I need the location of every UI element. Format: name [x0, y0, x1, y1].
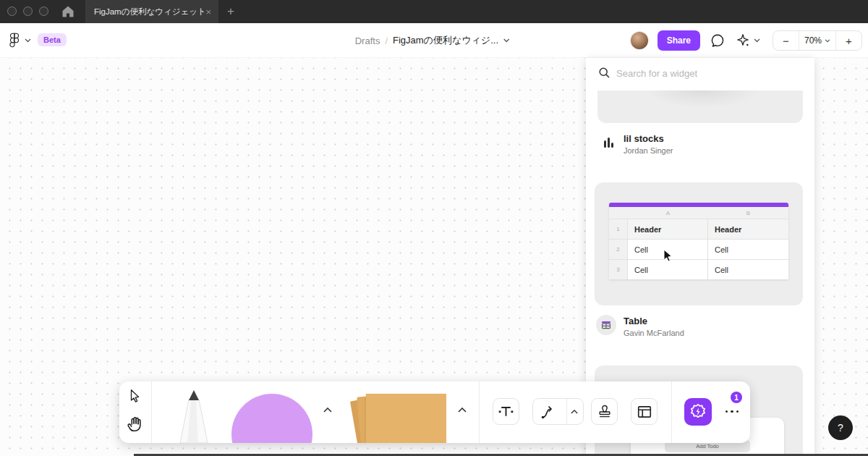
list-item-table[interactable]: Table Gavin McFarland [586, 315, 814, 337]
chevron-down-icon [25, 38, 31, 43]
zoom-out-button[interactable]: − [773, 31, 799, 50]
table-row-number: 2 [609, 240, 628, 259]
share-button[interactable]: Share [658, 30, 700, 51]
bottom-toolbar: 1 [119, 381, 750, 443]
breadcrumb: Drafts / FigJamの便利なウィジ... [355, 23, 510, 58]
file-name[interactable]: FigJamの便利なウィジ... [393, 34, 498, 47]
avatar[interactable] [631, 32, 648, 49]
table-row: 3 Cell Cell [609, 259, 788, 279]
text-tool[interactable] [493, 398, 519, 425]
window-minimize-button[interactable] [23, 7, 33, 16]
figjam-app-window: FigJamの便利なウィジェット × + Beta Drafts / FigJa… [0, 0, 868, 456]
ai-actions-button[interactable] [735, 33, 760, 48]
breadcrumb-separator: / [385, 35, 388, 46]
toolbar-divider [671, 381, 672, 443]
widget-search-row [586, 58, 814, 88]
window-close-button[interactable] [7, 7, 17, 16]
beta-badge: Beta [38, 33, 67, 46]
toolbar-divider [151, 381, 152, 443]
chevron-down-icon [825, 39, 830, 43]
ellipsis-icon [731, 410, 733, 413]
bar-chart-icon [603, 135, 615, 148]
connector-icon [540, 402, 558, 421]
widget-item-text: lil stocks Jordan Singer [624, 133, 814, 155]
chevron-up-icon[interactable] [458, 408, 467, 413]
document-tab-title: FigJamの便利なウィジェット [94, 7, 204, 17]
document-tab[interactable]: FigJamの便利なウィジェット × [85, 0, 218, 23]
main-toolbar: Beta Drafts / FigJamの便利なウィジ... Share [0, 23, 868, 58]
table-column-letters: A B [609, 207, 788, 219]
widget-item-text: Table Gavin McFarland [624, 315, 814, 337]
shape-tool[interactable] [231, 394, 312, 443]
tab-close-icon[interactable]: × [204, 7, 213, 17]
window-tab-bar: FigJamの便利なウィジェット × + [0, 0, 868, 23]
widget-seal-icon [689, 402, 707, 421]
connector-tool[interactable] [532, 398, 584, 425]
table-cell: Cell [708, 260, 788, 279]
widget-item-author: Jordan Singer [624, 146, 814, 155]
help-button[interactable]: ? [828, 415, 853, 440]
new-tab-button[interactable]: + [223, 4, 239, 20]
chevron-up-icon[interactable] [323, 408, 332, 413]
toolbar-divider [479, 381, 480, 443]
widget-item-name: Table [624, 316, 814, 326]
table-column-letter: B [708, 207, 788, 219]
sticky-note [366, 394, 446, 443]
section-icon [637, 404, 652, 420]
text-tool-icon [498, 404, 514, 419]
toolbar-right-cluster: Share − 70% + [631, 23, 862, 58]
zoom-controls: − 70% + [773, 30, 862, 51]
table-row-number: 1 [609, 219, 628, 239]
zoom-level-value: 70% [804, 35, 822, 46]
zoom-in-button[interactable]: + [836, 31, 861, 50]
window-zoom-button[interactable] [39, 7, 48, 16]
chevron-down-icon [754, 38, 760, 43]
mouse-cursor-icon [663, 249, 673, 263]
table-widget-preview[interactable]: A B 1 Header Header 2 Cell Cell 3 Cell C… [595, 182, 803, 305]
table-cell: Header [708, 219, 788, 239]
stamp-icon [597, 404, 613, 420]
section-tool[interactable] [631, 398, 658, 425]
breadcrumb-drafts[interactable]: Drafts [355, 35, 380, 46]
select-tool[interactable] [127, 388, 143, 404]
table-icon [600, 319, 612, 331]
more-tools-button[interactable] [718, 398, 746, 425]
table-cell: Cell [708, 240, 788, 259]
table-row: 1 Header Header [609, 219, 788, 239]
widget-item-author: Gavin McFarland [624, 329, 814, 337]
table-cell: Cell [628, 260, 708, 279]
widgets-button[interactable] [684, 398, 712, 426]
figma-logo-icon [9, 32, 20, 49]
widget-item-name: lil stocks [624, 133, 814, 144]
traffic-lights [7, 7, 48, 16]
table-cell: Header [628, 219, 708, 239]
chevron-down-icon[interactable] [503, 38, 510, 43]
hand-tool[interactable] [126, 415, 143, 432]
comments-button[interactable] [710, 33, 726, 48]
chevron-up-icon[interactable] [571, 410, 578, 414]
table-row: 2 Cell Cell [609, 239, 788, 259]
main-menu-button[interactable] [9, 23, 31, 58]
toolbar-divider [566, 399, 567, 424]
widget-preview-content [641, 90, 764, 109]
list-item-lil-stocks[interactable]: lil stocks Jordan Singer [586, 133, 814, 155]
zoom-level-menu[interactable]: 70% [799, 31, 836, 50]
ellipsis-icon [736, 410, 739, 413]
marker-tool[interactable] [171, 390, 216, 443]
widget-preview-partial[interactable] [597, 90, 803, 123]
table-row-number: 3 [609, 260, 628, 279]
table-widget-icon [596, 315, 616, 335]
table-column-letter: A [628, 207, 708, 219]
stamp-tool[interactable] [591, 398, 618, 425]
sticky-note-tool[interactable] [352, 394, 446, 443]
table-preview: A B 1 Header Header 2 Cell Cell 3 Cell C… [609, 203, 788, 279]
ellipsis-icon [726, 410, 728, 413]
widget-search-input[interactable] [616, 62, 804, 84]
chat-bubble-icon [710, 33, 726, 48]
notification-badge: 1 [731, 392, 742, 403]
sparkle-icon [735, 33, 751, 48]
search-icon [597, 66, 612, 80]
table-corner [609, 207, 628, 219]
home-icon[interactable] [61, 5, 75, 18]
